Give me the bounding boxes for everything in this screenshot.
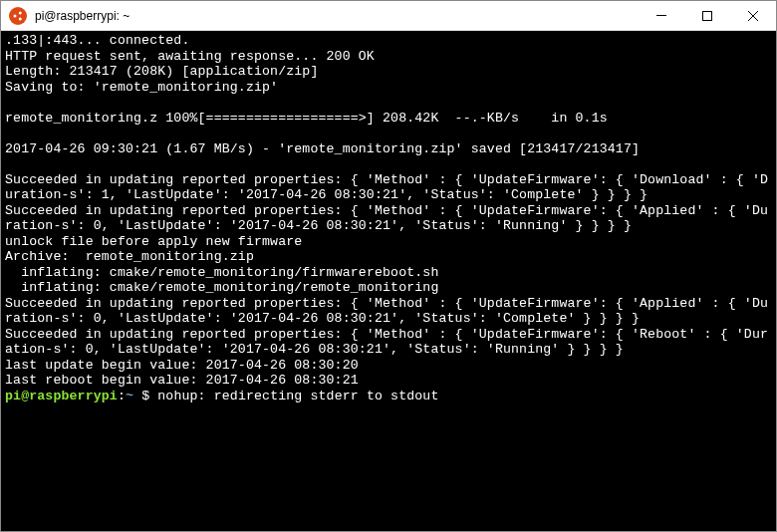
window-titlebar: pi@raspberrypi: ~ — [1, 1, 776, 31]
minimize-icon — [656, 15, 666, 16]
terminal-line: 2017-04-26 09:30:21 (1.67 MB/s) - 'remot… — [5, 141, 640, 156]
prompt-path: ~ — [126, 389, 133, 403]
terminal-line: inflating: cmake/remote_monitoring/firmw… — [5, 265, 438, 280]
terminal-line: unlock file before apply new firmware — [5, 234, 302, 249]
svg-rect-3 — [656, 15, 666, 16]
minimize-button[interactable] — [639, 1, 684, 30]
terminal-line: Length: 213417 (208K) [application/zip] — [5, 64, 319, 79]
svg-point-2 — [19, 17, 22, 20]
terminal-line: Succeeded in updating reported propertie… — [5, 327, 768, 358]
svg-rect-4 — [703, 11, 712, 20]
terminal-line: remote_monitoring.z 100%[===============… — [5, 111, 608, 126]
maximize-button[interactable] — [684, 1, 730, 30]
terminal-line: Succeeded in updating reported propertie… — [5, 203, 768, 234]
terminal-line: Archive: remote_monitoring.zip — [5, 249, 254, 264]
terminal-line: last reboot begin value: 2017-04-26 08:3… — [5, 373, 359, 388]
close-button[interactable] — [730, 1, 776, 30]
prompt-output: nohup: redirecting stderr to stdout — [157, 389, 438, 403]
close-icon — [748, 11, 758, 21]
terminal-line: Succeeded in updating reported propertie… — [5, 296, 768, 327]
terminal-line: HTTP request sent, awaiting response... … — [5, 49, 375, 64]
maximize-icon — [702, 11, 712, 21]
terminal-line: Succeeded in updating reported propertie… — [5, 172, 768, 203]
terminal-line: last update begin value: 2017-04-26 08:3… — [5, 358, 359, 373]
svg-point-1 — [19, 11, 22, 14]
terminal-line: Saving to: 'remote_monitoring.zip' — [5, 80, 278, 95]
window-title: pi@raspberrypi: ~ — [35, 9, 639, 23]
prompt-user: pi@raspberrypi — [5, 389, 118, 403]
terminal-line: inflating: cmake/remote_monitoring/remot… — [5, 280, 438, 295]
ubuntu-icon — [9, 7, 27, 25]
prompt-sep: : — [118, 389, 126, 403]
terminal-line: .133|:443... connected. — [5, 33, 189, 48]
terminal-output[interactable]: .133|:443... connected. HTTP request sen… — [1, 31, 776, 531]
svg-point-0 — [14, 14, 17, 17]
prompt-symbol: $ — [133, 389, 157, 403]
window-controls — [639, 1, 776, 30]
